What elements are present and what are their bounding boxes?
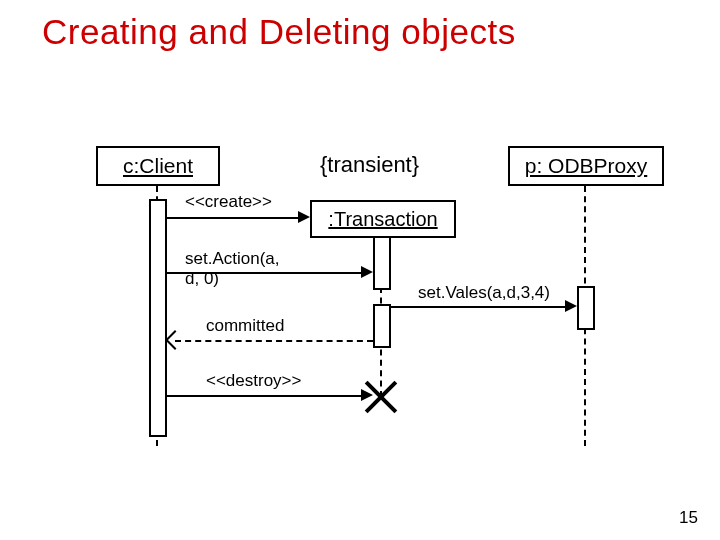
activation-proxy [577, 286, 595, 330]
activation-transaction-2 [373, 304, 391, 348]
arrow-destroy [165, 395, 361, 397]
arrowhead-setvales [565, 300, 577, 312]
participant-proxy: p: ODBProxy [508, 146, 664, 186]
msg-setvales: set.Vales(a,d,3,4) [418, 283, 550, 303]
arrow-setvales [389, 306, 565, 308]
participant-client: c:Client [96, 146, 220, 186]
msg-setaction: set.Action(a, d, 0) [185, 249, 280, 289]
activation-transaction-1 [373, 236, 391, 290]
arrowhead-create [298, 211, 310, 223]
msg-destroy: <<destroy>> [206, 371, 301, 391]
constraint-transient: {transient} [320, 152, 419, 178]
msg-create: <<create>> [185, 192, 272, 212]
page-number: 15 [679, 508, 698, 528]
destroy-x-icon [364, 380, 398, 414]
arrow-create [165, 217, 298, 219]
participant-transaction: :Transaction [310, 200, 456, 238]
arrowhead-setaction [361, 266, 373, 278]
arrow-committed [175, 340, 373, 342]
activation-client [149, 199, 167, 437]
arrowhead-committed [165, 330, 185, 350]
page-title: Creating and Deleting objects [42, 12, 516, 52]
msg-committed: committed [206, 316, 284, 336]
